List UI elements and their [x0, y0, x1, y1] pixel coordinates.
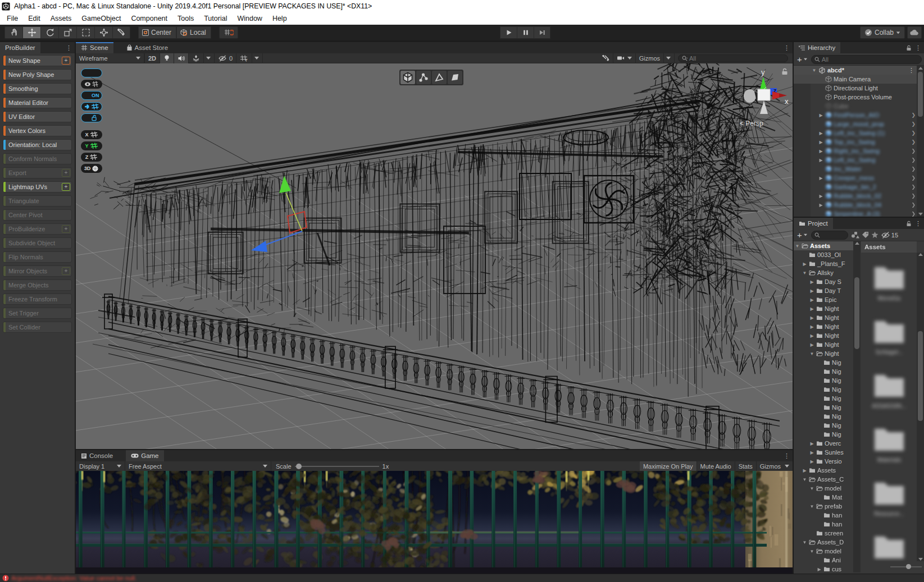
- scene-audio-button[interactable]: [174, 53, 189, 63]
- lock-icon[interactable]: [906, 221, 912, 227]
- probuilder-subdivide-object[interactable]: Subdivide Object: [3, 237, 72, 249]
- probuilder-triangulate[interactable]: Triangulate: [3, 195, 72, 207]
- project-tree-item[interactable]: Nig: [794, 430, 853, 439]
- prefab-chevron-icon[interactable]: ❯: [911, 130, 916, 136]
- scrollbar-thumb[interactable]: [918, 72, 923, 117]
- asset-folder-tile[interactable]: Schlagel...: [871, 319, 907, 355]
- game-menu-icon[interactable]: ⋮: [784, 452, 789, 460]
- project-tree-item[interactable]: han: [794, 511, 853, 520]
- project-tree-item[interactable]: ▼Assets: [794, 241, 853, 250]
- prefab-chevron-icon[interactable]: ❯: [911, 157, 916, 163]
- project-tree-item[interactable]: ▼Allsky: [794, 268, 853, 277]
- collab-button[interactable]: Collab: [860, 26, 905, 39]
- project-tree-item[interactable]: ▶Sunles: [794, 448, 853, 457]
- project-create-dropdown[interactable]: +: [796, 230, 809, 240]
- probuilder-options-button[interactable]: +: [62, 267, 70, 275]
- probuilder-set-collider[interactable]: Set Collider: [3, 322, 72, 333]
- probuilder-freeze-transform[interactable]: Freeze Transform: [3, 294, 72, 305]
- hierarchy-item[interactable]: Cube: [794, 102, 924, 111]
- expander-icon[interactable]: ▶: [818, 176, 823, 181]
- probuilder-conform-normals[interactable]: Conform Normals: [3, 153, 72, 164]
- asset-folder-tile[interactable]: Materials: [871, 427, 907, 463]
- hierarchy-item[interactable]: Directional Light: [794, 84, 924, 93]
- scale-slider-knob[interactable]: [296, 464, 302, 469]
- expander-icon[interactable]: ▶: [809, 315, 814, 320]
- probuilder-set-trigger[interactable]: Set Trigger: [3, 308, 72, 319]
- prefab-chevron-icon[interactable]: ❯: [911, 193, 916, 199]
- scrollbar-thumb[interactable]: [854, 277, 859, 349]
- hierarchy-item[interactable]: ▶Top_inc_Swing❯: [794, 138, 924, 146]
- asset-folder-tile[interactable]: MonoGa: [871, 265, 907, 301]
- expander-icon[interactable]: ▶: [809, 324, 814, 329]
- expander-icon[interactable]: ▶: [802, 262, 807, 267]
- step-button[interactable]: [534, 26, 550, 39]
- prefab-chevron-icon[interactable]: ❯: [911, 166, 916, 172]
- project-tree-item[interactable]: ▶cus: [794, 565, 853, 572]
- expander-icon[interactable]: ▼: [809, 504, 814, 509]
- hierarchy-item[interactable]: ▶Right_inc_Swing❯: [794, 146, 924, 155]
- scene-effects-dropdown[interactable]: [189, 53, 215, 63]
- project-tree-item[interactable]: ▶Epic: [794, 295, 853, 304]
- tab-hierarchy[interactable]: Hierarchy: [794, 42, 840, 53]
- probuilder-new-shape[interactable]: New Shape+: [3, 55, 72, 66]
- project-tree-item[interactable]: ▼Assets_D: [794, 538, 853, 547]
- hierarchy-item[interactable]: Large_mood_prop❯: [794, 120, 924, 129]
- progrids-full-grid[interactable]: 3D: [81, 164, 102, 173]
- scene-lock-icon[interactable]: [781, 68, 788, 75]
- expander-icon[interactable]: ▶: [809, 297, 814, 303]
- menu-tutorial[interactable]: Tutorial: [199, 13, 232, 24]
- scrollbar-thumb[interactable]: [918, 331, 923, 421]
- transform-tool-button[interactable]: [94, 26, 112, 39]
- hierarchy-item[interactable]: Garbage_bin_2❯: [794, 182, 924, 191]
- hand-tool-button[interactable]: [4, 26, 22, 39]
- expander-icon[interactable]: ▶: [809, 459, 814, 464]
- game-gizmos-dropdown[interactable]: Gizmos: [757, 461, 793, 471]
- probuilder-options-button[interactable]: +: [62, 169, 70, 177]
- menu-window[interactable]: Window: [232, 13, 267, 24]
- tab-game[interactable]: Game: [126, 450, 163, 461]
- maximize-on-play-button[interactable]: Maximize On Play: [640, 461, 697, 471]
- project-tree-item[interactable]: Nig: [794, 358, 853, 367]
- expander-icon[interactable]: ▶: [809, 450, 814, 455]
- label-icon[interactable]: [862, 231, 869, 239]
- project-tree-item[interactable]: Mat: [794, 493, 853, 502]
- expander-icon[interactable]: ▶: [809, 333, 814, 338]
- asset-folder-tile[interactable]: Natural: [871, 534, 907, 561]
- expander-icon[interactable]: ▼: [802, 540, 807, 545]
- probuilder-vertex-colors[interactable]: Vertex Colors: [3, 125, 72, 136]
- prefab-chevron-icon[interactable]: ❯: [911, 202, 916, 208]
- project-tree-item[interactable]: Ani: [794, 556, 853, 565]
- stats-button[interactable]: Stats: [735, 461, 757, 471]
- expander-icon[interactable]: ▶: [809, 342, 814, 347]
- hierarchy-item[interactable]: Inc_Water❯: [794, 164, 924, 173]
- probuilder-probuilderize[interactable]: ProBuilderize+: [3, 223, 72, 235]
- expander-icon[interactable]: ▶: [809, 279, 814, 285]
- probuilder-menu-icon[interactable]: ⋮: [66, 44, 71, 52]
- expander-icon[interactable]: ▼: [809, 351, 814, 356]
- hierarchy-item[interactable]: Serpentine_A (3)❯: [794, 209, 924, 217]
- scale-slider[interactable]: [295, 466, 379, 467]
- asset-folder-tile[interactable]: ASSASSIN...: [871, 373, 907, 409]
- project-tree-item[interactable]: Nig: [794, 403, 853, 412]
- project-tree-item[interactable]: ▶Night: [794, 322, 853, 331]
- move-tool-button[interactable]: [22, 26, 40, 39]
- editmode-edge-button[interactable]: [432, 71, 447, 84]
- hierarchy-item[interactable]: Main Camera: [794, 75, 924, 84]
- project-tree-item[interactable]: Nig: [794, 376, 853, 385]
- hierarchy-menu-icon[interactable]: ⋮: [915, 44, 921, 52]
- probuilder-flip-normals[interactable]: Flip Normals: [3, 251, 72, 263]
- projection-label[interactable]: < Persp: [740, 120, 763, 127]
- probuilder-options-button[interactable]: +: [62, 225, 70, 233]
- project-tree-item[interactable]: ▼prefab: [794, 502, 853, 511]
- expander-icon[interactable]: ▶: [818, 194, 823, 199]
- menu-help[interactable]: Help: [267, 13, 292, 24]
- expander-icon[interactable]: ▼: [812, 68, 817, 73]
- progrids-snap-toggle[interactable]: ON: [81, 91, 102, 100]
- progrids-axis-z[interactable]: Z: [81, 153, 102, 162]
- scene-viewport[interactable]: ONXYZ3Dyzx< Persp: [76, 63, 793, 449]
- hierarchy-item[interactable]: ▶Rubble_block_04❯: [794, 200, 924, 209]
- pause-button[interactable]: [517, 26, 534, 39]
- hierarchy-item[interactable]: ▶FirstPerson_AIO❯: [794, 111, 924, 120]
- probuilder-orientation-local[interactable]: Orientation: Local: [3, 139, 72, 150]
- project-tree-item[interactable]: ▶Overc: [794, 439, 853, 448]
